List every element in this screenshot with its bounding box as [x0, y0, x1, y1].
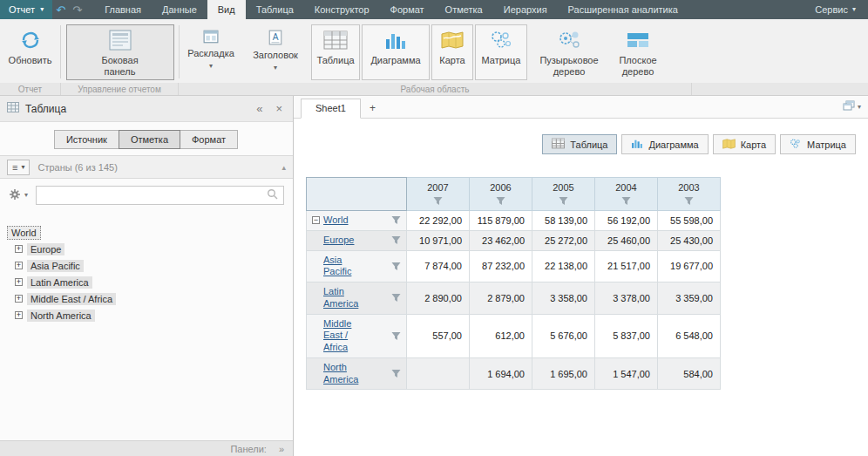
- table-cell[interactable]: 3 358,00: [532, 282, 595, 315]
- row-link[interactable]: Asia Pacific: [323, 255, 372, 279]
- filter-icon[interactable]: [391, 331, 401, 341]
- map-view-button[interactable]: Карта: [431, 24, 473, 80]
- row-link[interactable]: North America: [323, 362, 372, 386]
- collapse-section-icon[interactable]: ▴: [281, 163, 286, 172]
- table-cell[interactable]: 5 837,00: [595, 314, 658, 357]
- close-icon[interactable]: ×: [272, 102, 286, 115]
- tree-item-label[interactable]: Middle East / Africa: [27, 293, 116, 305]
- row-link[interactable]: Europe: [323, 235, 354, 247]
- panels-expand-icon[interactable]: »: [279, 444, 284, 454]
- table-cell[interactable]: 21 517,00: [595, 250, 658, 282]
- row-header[interactable]: Middle East / Africa: [307, 314, 407, 357]
- layout-button[interactable]: Раскладка ▾: [180, 24, 242, 80]
- view-chart-button[interactable]: Диаграмма: [621, 134, 708, 154]
- tab-otmetka[interactable]: Отметка: [119, 130, 180, 149]
- table-cell[interactable]: 612,00: [470, 314, 532, 357]
- tree-item-asia-pacific[interactable]: + Asia Pacific: [7, 257, 286, 274]
- table-cell[interactable]: 5 676,00: [532, 314, 595, 357]
- filter-icon[interactable]: [621, 196, 631, 206]
- row-header[interactable]: Latin America: [307, 282, 407, 315]
- table-cell[interactable]: 3 378,00: [595, 282, 658, 315]
- sheet-tab[interactable]: Sheet1: [301, 99, 361, 119]
- expand-icon[interactable]: +: [15, 311, 23, 319]
- expand-icon[interactable]: +: [15, 245, 23, 253]
- table-cell[interactable]: 115 879,00: [470, 211, 532, 231]
- menu-tab-vid[interactable]: Вид: [207, 0, 246, 19]
- filter-icon[interactable]: [391, 235, 401, 245]
- table-cell[interactable]: 22 292,00: [407, 211, 470, 231]
- table-cell[interactable]: 25 430,00: [658, 230, 721, 250]
- column-header-2003[interactable]: 2003: [658, 178, 721, 211]
- column-header-2005[interactable]: 2005: [532, 178, 595, 211]
- row-link[interactable]: Latin America: [323, 286, 372, 310]
- menu-tab-analitika[interactable]: Расширенная аналитика: [558, 0, 688, 19]
- table-cell[interactable]: 1 695,00: [532, 357, 595, 390]
- row-header[interactable]: − World: [307, 211, 407, 231]
- menu-tab-format[interactable]: Формат: [380, 0, 435, 19]
- table-cell[interactable]: 19 677,00: [658, 250, 721, 282]
- tree-item-label[interactable]: Asia Pacific: [27, 260, 84, 272]
- filter-icon[interactable]: [496, 196, 505, 206]
- column-header-2007[interactable]: 2007: [407, 178, 470, 211]
- tree-item-label[interactable]: Europe: [27, 243, 64, 255]
- filter-icon[interactable]: [391, 215, 401, 225]
- search-input[interactable]: [42, 190, 262, 201]
- tab-format[interactable]: Формат: [180, 130, 238, 149]
- table-cell[interactable]: 2 879,00: [470, 282, 532, 315]
- redo-button[interactable]: ↷: [69, 0, 85, 19]
- table-cell[interactable]: 55 598,00: [658, 211, 721, 231]
- table-cell[interactable]: 22 138,00: [532, 250, 595, 282]
- menu-tab-konstruktor[interactable]: Конструктор: [304, 0, 380, 19]
- tree-item-world[interactable]: World: [7, 224, 286, 241]
- chart-view-button[interactable]: Диаграмма: [362, 24, 430, 80]
- table-cell[interactable]: 25 272,00: [532, 230, 595, 250]
- table-cell[interactable]: 58 139,00: [532, 211, 595, 231]
- table-cell[interactable]: 10 971,00: [407, 230, 470, 250]
- view-table-button[interactable]: Таблица: [542, 134, 617, 154]
- menu-tab-tablitsa[interactable]: Таблица: [246, 0, 304, 19]
- table-cell[interactable]: 557,00: [407, 314, 470, 357]
- table-cell[interactable]: 7 874,00: [407, 250, 470, 282]
- column-header-2004[interactable]: 2004: [595, 178, 658, 211]
- filter-icon[interactable]: [433, 196, 443, 206]
- title-button[interactable]: A Заголовок ▾: [244, 24, 307, 80]
- table-cell[interactable]: 87 232,00: [470, 250, 532, 282]
- row-link[interactable]: Middle East / Africa: [323, 318, 372, 354]
- filter-icon[interactable]: [391, 262, 401, 271]
- side-panel-button[interactable]: Боковая панель: [66, 24, 174, 80]
- add-sheet-button[interactable]: +: [361, 99, 384, 118]
- bubble-tree-button[interactable]: Пузырьковое дерево: [532, 24, 607, 80]
- expand-icon[interactable]: +: [15, 278, 23, 286]
- refresh-button[interactable]: Обновить: [3, 24, 58, 80]
- row-header[interactable]: Europe: [307, 230, 407, 250]
- filter-icon[interactable]: [559, 196, 568, 206]
- matrix-view-button[interactable]: Матрица: [475, 24, 527, 80]
- collapse-panel-icon[interactable]: «: [253, 102, 266, 115]
- table-cell[interactable]: 6 548,00: [658, 314, 721, 357]
- table-cell[interactable]: 2 890,00: [407, 282, 470, 315]
- tree-item-middle-east-africa[interactable]: + Middle East / Africa: [7, 290, 286, 307]
- filter-icon[interactable]: [684, 196, 694, 206]
- settings-button[interactable]: ▾: [9, 188, 28, 203]
- table-view-button[interactable]: Таблица: [311, 24, 360, 80]
- row-header[interactable]: North America: [307, 357, 407, 390]
- tab-istochnik[interactable]: Источник: [54, 130, 119, 149]
- menu-tab-dannye[interactable]: Данные: [152, 0, 207, 19]
- filter-icon[interactable]: [391, 293, 401, 303]
- view-map-button[interactable]: Карта: [713, 134, 776, 154]
- table-cell[interactable]: 1 547,00: [595, 357, 658, 390]
- table-cell[interactable]: 25 460,00: [595, 230, 658, 250]
- view-matrix-button[interactable]: Матрица: [780, 134, 856, 154]
- menu-tab-ierarhiya[interactable]: Иерархия: [493, 0, 558, 19]
- filter-icon[interactable]: [391, 369, 401, 378]
- tree-item-north-america[interactable]: + North America: [7, 307, 286, 323]
- table-cell[interactable]: 584,00: [658, 357, 721, 390]
- tree-item-label[interactable]: Latin America: [27, 276, 92, 289]
- table-corner-cell[interactable]: [307, 178, 407, 211]
- expand-icon[interactable]: +: [15, 262, 23, 269]
- tree-item-latin-america[interactable]: + Latin America: [7, 274, 286, 290]
- collapse-icon[interactable]: −: [312, 216, 320, 224]
- row-link[interactable]: World: [323, 214, 349, 227]
- table-cell[interactable]: 3 359,00: [658, 282, 721, 315]
- table-cell[interactable]: 56 192,00: [595, 211, 658, 231]
